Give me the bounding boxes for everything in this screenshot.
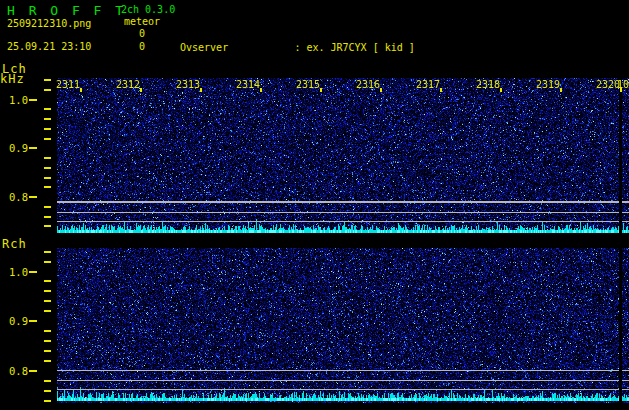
rch-freq-tick-label: 1.0 (0, 266, 28, 278)
lch-freq-minor-tick (44, 128, 51, 130)
rch-channel-label: Rch (2, 237, 27, 251)
minute-tick (440, 88, 442, 92)
time-axis-label: 2319 (536, 79, 560, 90)
minute-tick (140, 88, 142, 92)
lch-freq-tick-label: 1.0 (0, 94, 28, 106)
lch-freq-minor-tick (44, 216, 51, 218)
rch-freq-minor-tick (44, 400, 51, 402)
hrofft-screen: H R O F F T 2ch 0.3.0 2509212310.png met… (0, 0, 629, 410)
rch-freq-major-tick (29, 271, 37, 273)
rch-reference-line (57, 380, 629, 382)
meteor-count-lch: 0 (139, 28, 145, 39)
lch-freq-major-tick (29, 99, 37, 101)
rch-freq-minor-tick (44, 390, 51, 392)
minute-tick (500, 88, 502, 92)
rch-freq-minor-tick (44, 330, 51, 332)
time-axis-label: 2316 (356, 79, 380, 90)
lch-freq-minor-tick (44, 138, 51, 140)
time-axis-label: 2314 (236, 79, 260, 90)
rch-freq-minor-tick (44, 310, 51, 312)
minute-tick (80, 88, 82, 92)
lch-spectrogram (57, 78, 629, 233)
minute-tick (200, 88, 202, 92)
rch-write-cursor (619, 248, 622, 403)
lch-freq-tick-label: 0.9 (0, 142, 28, 154)
rch-freq-major-tick (29, 320, 37, 322)
rch-freq-major-tick (29, 370, 37, 372)
rch-reference-line (57, 389, 629, 391)
rch-freq-minor-tick (44, 251, 51, 253)
minute-tick (260, 88, 262, 92)
rch-freq-minor-tick (44, 280, 51, 282)
lch-freq-minor-tick (44, 206, 51, 208)
time-axis-label: 2311 (56, 79, 80, 90)
time-axis-label: 2318 (476, 79, 500, 90)
minute-tick (380, 88, 382, 92)
lch-freq-minor-tick (44, 225, 51, 227)
version-label: 2ch 0.3.0 (121, 4, 175, 15)
lch-freq-minor-tick (44, 79, 51, 81)
lch-freq-minor-tick (44, 108, 51, 110)
lch-reference-line (57, 212, 629, 214)
lch-unit-label: kHz (0, 72, 25, 86)
lch-freq-minor-tick (44, 167, 51, 169)
time-axis-label: 2313 (176, 79, 200, 90)
minute-tick (560, 88, 562, 92)
rch-freq-minor-tick (44, 380, 51, 382)
rch-freq-minor-tick (44, 300, 51, 302)
output-filename: 2509212310.png (7, 18, 91, 29)
lch-freq-tick-label: 0.8 (0, 191, 28, 203)
datetime-label: 25.09.21 23:10 (7, 41, 91, 52)
time-axis-label: 2312 (116, 79, 140, 90)
lch-freq-minor-tick (44, 186, 51, 188)
time-axis-label: 2317 (416, 79, 440, 90)
time-axis-label: 2315 (296, 79, 320, 90)
lch-freq-minor-tick (44, 177, 51, 179)
lch-reference-line (57, 221, 629, 223)
time-axis-label-partial: 10 (617, 79, 629, 90)
lch-freq-major-tick (29, 196, 37, 198)
rch-freq-minor-tick (44, 261, 51, 263)
rch-freq-tick-label: 0.8 (0, 365, 28, 377)
rch-freq-minor-tick (44, 350, 51, 352)
lch-reference-line (57, 201, 629, 203)
rch-freq-minor-tick (44, 360, 51, 362)
lch-freq-major-tick (29, 147, 37, 149)
info-line-observer: Ovserver : ex. JR7CYX [ kid ] (180, 41, 629, 54)
lch-write-cursor (619, 78, 622, 233)
minute-tick (320, 88, 322, 92)
rch-freq-minor-tick (44, 340, 51, 342)
rch-freq-minor-tick (44, 290, 51, 292)
mode-label: meteor (124, 16, 160, 27)
lch-freq-minor-tick (44, 89, 51, 91)
lch-freq-minor-tick (44, 157, 51, 159)
rch-freq-tick-label: 0.9 (0, 315, 28, 327)
app-title: H R O F F T (7, 3, 126, 18)
rch-reference-line (57, 370, 629, 372)
meteor-count-rch: 0 (139, 41, 145, 52)
lch-freq-minor-tick (44, 118, 51, 120)
